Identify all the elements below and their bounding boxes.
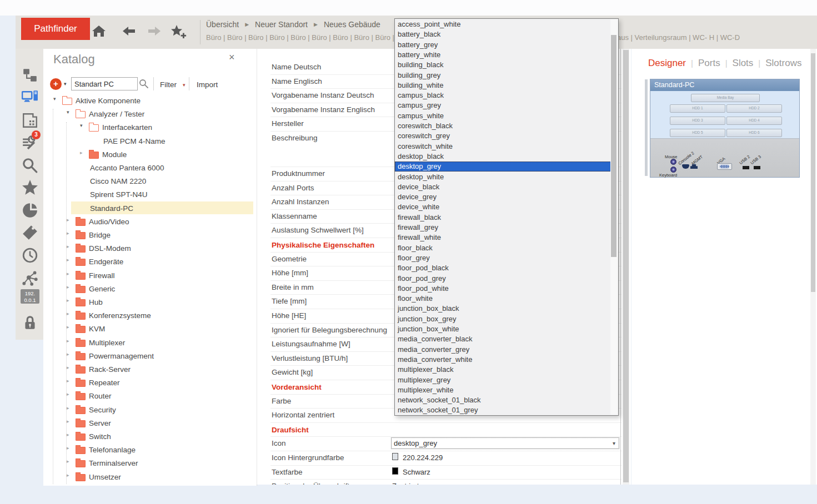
device-preview[interactable]: Standard-PC Media BayHDD 1HDD 2HDD 3HDD …: [650, 79, 800, 178]
tree-expander-closed-icon[interactable]: ▸: [67, 338, 69, 344]
breadcrumb-item[interactable]: Neuer Standort: [255, 20, 308, 29]
tree-expander-closed-icon[interactable]: ▸: [67, 217, 69, 223]
history-icon[interactable]: [22, 247, 38, 264]
dropdown-option[interactable]: device_white: [395, 202, 611, 212]
device-title-bar[interactable]: Standard-PC: [650, 79, 799, 91]
dropdown-option[interactable]: campus_grey: [395, 100, 611, 110]
dropdown-option[interactable]: building_white: [395, 80, 611, 90]
tree-item[interactable]: ▸Terminalserver: [43, 457, 257, 470]
tree-expander-closed-icon[interactable]: ▸: [67, 298, 69, 303]
tree-item[interactable]: ▸Rack-Server: [43, 363, 257, 376]
dropdown-option[interactable]: floor_pod_grey: [395, 274, 611, 284]
tree-expander-closed-icon[interactable]: ▸: [67, 311, 69, 316]
dropdown-option[interactable]: battery_grey: [395, 40, 611, 50]
tree-item[interactable]: Spirent SPT-N4U: [43, 188, 257, 201]
tree-expander-open-icon[interactable]: ▾: [80, 123, 83, 128]
components-icon[interactable]: [22, 89, 38, 106]
dropdown-option[interactable]: campus_white: [395, 111, 611, 121]
tree-expander-closed-icon[interactable]: ▸: [67, 378, 69, 384]
tree-item[interactable]: ▸Endgeräte: [43, 255, 257, 268]
device-slot-hdd[interactable]: HDD 3: [670, 117, 725, 125]
tree-item[interactable]: ▸: [43, 484, 257, 486]
tags-icon[interactable]: [22, 224, 38, 241]
dropdown-option[interactable]: junction_box_white: [395, 324, 611, 334]
dropdown-option[interactable]: network_socket_01_grey: [395, 405, 611, 415]
search-sidebar-icon[interactable]: [22, 157, 38, 174]
tree-item[interactable]: Cisco NAM 2220: [43, 175, 257, 188]
dropdown-option[interactable]: multiplexer_grey: [395, 375, 611, 385]
tree-expander-closed-icon[interactable]: ▸: [67, 458, 69, 464]
tree-item[interactable]: ▸Firewall: [43, 269, 257, 282]
connections-icon[interactable]: [22, 269, 38, 286]
tree-item[interactable]: Accanto Pantera 6000: [43, 162, 257, 174]
device-slot-hdd[interactable]: HDD 1: [670, 104, 725, 113]
color-swatch[interactable]: [392, 467, 398, 475]
tree-item[interactable]: ▸Umsetzer: [43, 471, 257, 483]
tree-item[interactable]: ▸Telefonanlage: [43, 443, 257, 456]
device-slot-media-bay[interactable]: Media Bay: [691, 94, 760, 102]
tree-item[interactable]: ▸Audio/Video: [43, 215, 257, 228]
forward-icon[interactable]: [146, 24, 163, 39]
tree-item[interactable]: PAE PCM 4-Name: [43, 135, 257, 148]
tree-item[interactable]: ▸Router: [43, 390, 257, 402]
tree-item[interactable]: ▸Module: [43, 148, 257, 161]
dropdown-option[interactable]: battery_white: [395, 50, 611, 60]
device-slot-hdd[interactable]: HDD 4: [726, 117, 782, 125]
tab-slots[interactable]: Slots: [733, 58, 754, 68]
dropdown-option[interactable]: floor_pod_black: [395, 263, 611, 273]
tree-item[interactable]: ▸DSL-Modem: [43, 242, 257, 255]
device-slot-hdd[interactable]: HDD 5: [670, 129, 725, 137]
dropdown-option[interactable]: media_converter_grey: [395, 345, 611, 355]
tab-slotrows[interactable]: Slotrows: [765, 58, 801, 68]
tree-expander-closed-icon[interactable]: ▸: [80, 150, 83, 155]
dropdown-option[interactable]: desktop_white: [395, 172, 611, 182]
dropdown-option[interactable]: floor_pod_white: [395, 284, 611, 294]
home-icon[interactable]: [91, 24, 107, 39]
dropdown-option[interactable]: building_black: [395, 60, 611, 70]
tree-expander-closed-icon[interactable]: ▸: [67, 271, 69, 276]
back-icon[interactable]: [121, 24, 137, 39]
dropdown-option[interactable]: desktop_grey: [395, 162, 611, 172]
tree-item[interactable]: ▸Generic: [43, 283, 257, 295]
dropdown-option[interactable]: multiplexer_white: [395, 385, 611, 395]
tree-item[interactable]: ▸Konferenzsysteme: [43, 309, 257, 322]
dropdown-option[interactable]: battery_black: [395, 29, 611, 39]
properties-scrollbar-thumb[interactable]: [623, 50, 629, 482]
tab-ports[interactable]: Ports: [698, 58, 720, 68]
dropdown-option[interactable]: network_socket_01_black: [395, 395, 611, 405]
tree-expander-closed-icon[interactable]: ▸: [67, 244, 69, 249]
tree-item[interactable]: ▸Bridge: [43, 229, 257, 241]
tree-expander-closed-icon[interactable]: ▸: [67, 445, 69, 451]
tree-item[interactable]: ▸KVM: [43, 322, 257, 335]
favorite-add-icon[interactable]: [169, 24, 188, 39]
app-logo[interactable]: Pathfinder: [21, 18, 90, 40]
designer-scrollbar-thumb[interactable]: [811, 53, 815, 292]
dropdown-option[interactable]: media_converter_white: [395, 355, 611, 365]
tree-expander-open-icon[interactable]: ▾: [67, 109, 69, 115]
dropdown-option[interactable]: desktop_black: [395, 152, 611, 162]
tree-item[interactable]: ▸Security: [43, 404, 257, 416]
dropdown-option[interactable]: floor_white: [395, 294, 611, 304]
dropdown-option[interactable]: campus_black: [395, 90, 611, 100]
dropdown-option[interactable]: multiplexer_black: [395, 365, 611, 375]
tab-designer[interactable]: Designer: [648, 58, 686, 68]
dropdown-option[interactable]: building_grey: [395, 70, 611, 80]
dropdown-option[interactable]: access_point_white: [395, 19, 611, 29]
dropdown-option[interactable]: firewall_grey: [395, 223, 611, 233]
tree-expander-open-icon[interactable]: ▾: [53, 96, 56, 102]
tree-item[interactable]: Standard-PC: [43, 202, 257, 215]
dropdown-option[interactable]: media_converter_black: [395, 334, 611, 344]
device-port-usb[interactable]: [743, 166, 749, 169]
dropdown-option[interactable]: junction_box_grey: [395, 314, 611, 324]
tree-expander-closed-icon[interactable]: ▸: [67, 324, 69, 330]
favorites-icon[interactable]: [22, 179, 38, 196]
tree-expander-closed-icon[interactable]: ▸: [67, 432, 69, 437]
device-port-vga[interactable]: [717, 163, 732, 170]
device-port-ps2[interactable]: [670, 167, 676, 173]
tree-item[interactable]: ▾Interfacekarten: [43, 121, 257, 134]
dropdown-scrollbar[interactable]: [610, 19, 618, 415]
tree-expander-closed-icon[interactable]: ▸: [67, 230, 69, 236]
combobox-caret-icon[interactable]: ▾: [613, 440, 615, 446]
dropdown-scrollbar-thumb[interactable]: [611, 35, 616, 257]
device-slot-hdd[interactable]: HDD 2: [726, 104, 782, 113]
